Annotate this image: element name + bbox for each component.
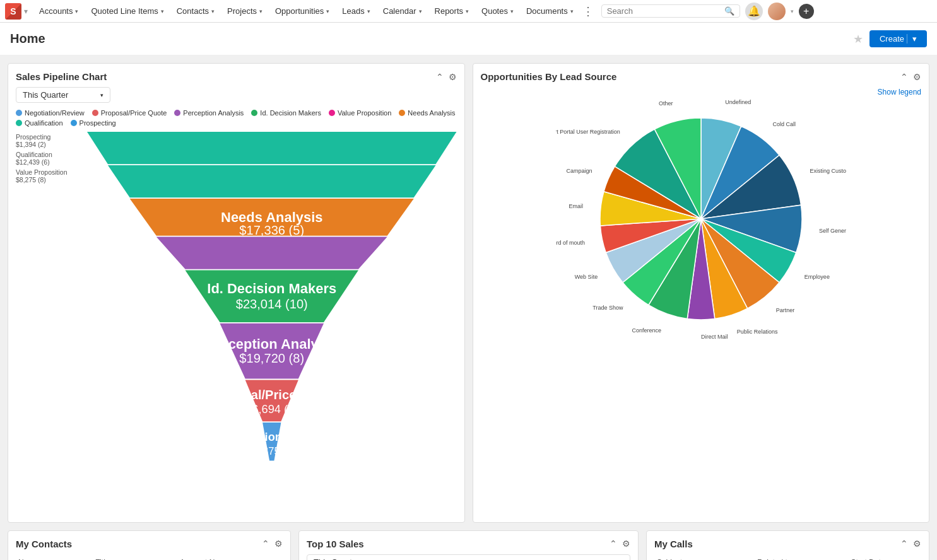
pie-label-9: Trade Show xyxy=(592,305,623,311)
col-related[interactable]: Related to ⇅ xyxy=(755,554,849,560)
more-icon[interactable]: ⋮ xyxy=(580,4,596,18)
top10-panel: Top 10 Sales ⌃ ⚙ This Quarter ▾ 0%20%25%… xyxy=(298,530,639,560)
contacts-table: Name ⇅ Title ⇅ Account Name ⇅ Carlie Doc… xyxy=(16,554,283,560)
header-actions: ★ Create ▾ xyxy=(853,30,927,47)
nav-contacts[interactable]: Contacts ▾ xyxy=(170,0,221,23)
search-icon: 🔍 xyxy=(724,6,734,16)
collapse-top10-icon[interactable]: ⌃ xyxy=(610,539,617,549)
bottom-row: My Contacts ⌃ ⚙ Name ⇅ Title ⇅ Account N… xyxy=(0,530,937,560)
avatar[interactable] xyxy=(768,3,786,20)
collapse-opportunities-icon[interactable]: ⌃ xyxy=(900,72,908,82)
settings-calls-icon[interactable]: ⚙ xyxy=(913,539,921,549)
pie-label-14: Support Portal User Registration xyxy=(556,129,620,135)
opportunities-panel: Opportunities By Lead Source ⌃ ⚙ Show le… xyxy=(473,63,930,523)
panel-header-contacts: My Contacts ⌃ ⚙ xyxy=(16,539,283,549)
pie-label-5: Partner xyxy=(775,307,794,313)
collapse-contacts-icon[interactable]: ⌃ xyxy=(262,539,269,549)
panel-header-calls: My Calls ⌃ ⚙ xyxy=(654,539,921,549)
svg-text:$17,336 (5): $17,336 (5) xyxy=(239,223,304,237)
calls-title: My Calls xyxy=(654,539,693,549)
panel-header-top10: Top 10 Sales ⌃ ⚙ xyxy=(307,539,630,549)
legend-needs: Needs Analysis xyxy=(399,109,455,117)
pipeline-title: Sales Pipeline Chart xyxy=(16,71,107,82)
nav-opportunities[interactable]: Opportunities ▾ xyxy=(269,0,336,23)
top10-controls: ⌃ ⚙ xyxy=(610,539,630,549)
funnel-svg: Needs Analysis $17,336 (5) Id. Decision … xyxy=(87,132,457,513)
nav-documents[interactable]: Documents ▾ xyxy=(520,0,580,23)
nav-calendar[interactable]: Calendar ▾ xyxy=(377,0,428,23)
settings-pipeline-icon[interactable]: ⚙ xyxy=(449,72,457,82)
main-content: Sales Pipeline Chart ⌃ ⚙ This Quarter ▾ … xyxy=(0,55,937,530)
pie-label-4: Employee xyxy=(804,274,830,280)
nav-projects[interactable]: Projects ▾ xyxy=(221,0,269,23)
legend-id-decision: Id. Decision Makers xyxy=(251,109,321,117)
nav-quotes[interactable]: Quotes ▾ xyxy=(475,0,520,23)
show-legend-link[interactable]: Show legend xyxy=(878,88,921,96)
search-bar[interactable]: 🔍 xyxy=(601,4,740,18)
notifications-icon[interactable]: 🔔 xyxy=(745,3,763,20)
svg-text:Proposal/Price Quote: Proposal/Price Quote xyxy=(207,388,336,402)
pie-label-12: Email xyxy=(569,203,583,209)
svg-text:$6,694 (5): $6,694 (5) xyxy=(245,402,298,416)
my-contacts-panel: My Contacts ⌃ ⚙ Name ⇅ Title ⇅ Account N… xyxy=(8,530,291,560)
settings-top10-icon[interactable]: ⚙ xyxy=(622,539,630,549)
svg-text:Perception Analysis: Perception Analysis xyxy=(206,336,338,352)
collapse-calls-icon[interactable]: ⌃ xyxy=(900,539,908,549)
search-input[interactable] xyxy=(607,6,724,16)
nav-quoted-line-items[interactable]: Quoted Line Items ▾ xyxy=(85,0,170,23)
col-subject[interactable]: Subject ⇅ xyxy=(654,554,755,560)
add-button[interactable]: + xyxy=(799,4,814,19)
pie-label-7: Direct Mail xyxy=(701,334,728,339)
pie-label-8: Conference xyxy=(632,327,661,334)
label-qualification: Qualification $12,439 (6) xyxy=(16,149,82,167)
opportunities-title: Opportunities By Lead Source xyxy=(481,71,617,82)
svg-text:Id. Decision Makers: Id. Decision Makers xyxy=(207,281,336,296)
calls-controls: ⌃ ⚙ xyxy=(900,539,921,549)
nav-accounts[interactable]: Accounts ▾ xyxy=(33,0,85,23)
contacts-title: My Contacts xyxy=(16,539,72,549)
svg-text:$6,375 (3): $6,375 (3) xyxy=(248,445,295,457)
pie-label-0: Undefined xyxy=(725,99,751,105)
pie-chart-container: UndefinedCold CallExisting CustomerSelf … xyxy=(481,99,922,339)
pie-label-15: Other xyxy=(659,100,673,107)
nav-bar: S ▾ Accounts ▾ Quoted Line Items ▾ Conta… xyxy=(0,0,937,23)
collapse-pipeline-icon[interactable]: ⌃ xyxy=(436,72,444,82)
pie-label-11: Word of mouth xyxy=(556,240,585,246)
top10-dropdown[interactable]: This Quarter ▾ xyxy=(307,554,630,560)
calls-table: Subject ⇅ Related to ⇅ Start Date ⇅ Disc… xyxy=(654,554,921,560)
svg-marker-5 xyxy=(156,237,387,269)
funnel-left-labels: Prospecting $1,394 (2) Qualification $12… xyxy=(16,132,82,185)
pipeline-legend: Negotiation/Review Proposal/Price Quote … xyxy=(16,109,457,127)
pipeline-dropdown[interactable]: This Quarter ▾ xyxy=(16,87,110,103)
page-header: Home ★ Create ▾ xyxy=(0,23,937,55)
create-button[interactable]: Create ▾ xyxy=(869,30,927,47)
avatar-arrow[interactable]: ▾ xyxy=(791,8,794,15)
app-logo[interactable]: S ▾ xyxy=(5,3,28,20)
panel-header-opportunities: Opportunities By Lead Source ⌃ ⚙ xyxy=(481,71,922,82)
funnel-svg-container: Needs Analysis $17,336 (5) Id. Decision … xyxy=(87,132,457,515)
settings-contacts-icon[interactable]: ⚙ xyxy=(274,539,283,549)
my-calls-panel: My Calls ⌃ ⚙ Subject ⇅ Related to ⇅ Star… xyxy=(646,530,929,560)
col-title[interactable]: Title ⇅ xyxy=(93,554,177,560)
funnel-area: Prospecting $1,394 (2) Qualification $12… xyxy=(16,132,457,515)
nav-reports[interactable]: Reports ▾ xyxy=(428,0,476,23)
svg-text:$23,014 (10): $23,014 (10) xyxy=(236,297,308,311)
nav-right: 🔔 ▾ + xyxy=(745,3,814,20)
col-start-date[interactable]: Start Date ⇅ xyxy=(848,554,921,560)
pie-label-6: Public Relations xyxy=(737,329,778,335)
pipeline-controls: ⌃ ⚙ xyxy=(436,72,457,82)
svg-text:Negotiation/Review: Negotiation/Review xyxy=(218,430,325,443)
svg-marker-0 xyxy=(87,132,457,164)
top10-title: Top 10 Sales xyxy=(307,539,364,549)
nav-leads[interactable]: Leads ▾ xyxy=(336,0,376,23)
col-name[interactable]: Name ⇅ xyxy=(16,554,93,560)
favorite-icon[interactable]: ★ xyxy=(853,32,863,46)
page-title: Home xyxy=(10,32,45,46)
pie-label-1: Cold Call xyxy=(772,121,796,127)
col-account[interactable]: Account Name ⇅ xyxy=(177,554,283,560)
legend-negotiation: Negotiation/Review xyxy=(16,109,85,117)
opportunities-controls: ⌃ ⚙ xyxy=(900,72,921,82)
label-prospecting: Prospecting $1,394 (2) xyxy=(16,132,82,149)
pie-label-2: Existing Customer xyxy=(810,168,846,174)
settings-opportunities-icon[interactable]: ⚙ xyxy=(913,72,921,82)
